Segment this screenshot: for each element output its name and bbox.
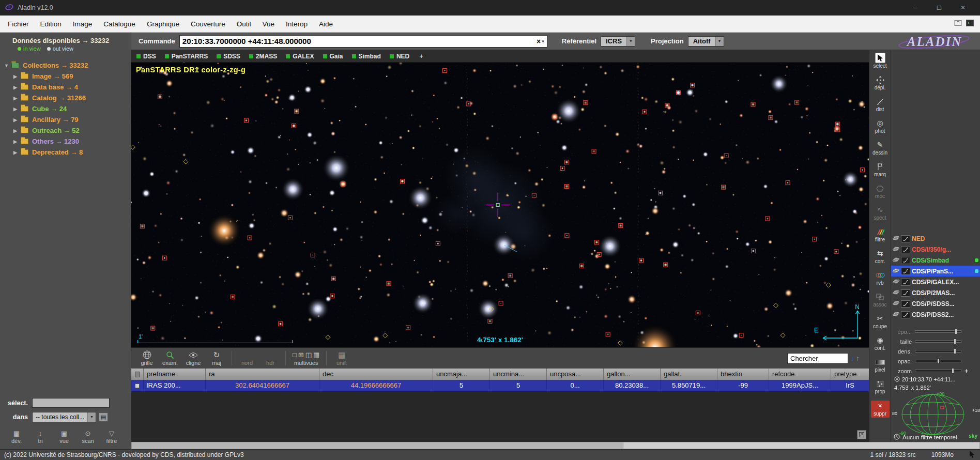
sort-button[interactable]: ↕ tri <box>31 430 50 444</box>
menu-aide[interactable]: Aide <box>313 16 339 33</box>
layer-dss2[interactable]: CDS/P/DSS2... <box>891 309 980 320</box>
expander-icon[interactable]: ▶ <box>13 117 21 122</box>
time-filter[interactable]: Aucun filtre temporel <box>891 434 980 441</box>
slider-track[interactable] <box>915 360 961 362</box>
cut-tool[interactable]: ✂ coupe <box>869 314 891 329</box>
tab-galex[interactable]: GALEX <box>286 53 314 60</box>
hdr-button[interactable]: hdr <box>262 350 279 366</box>
slider-track[interactable] <box>915 330 961 333</box>
size-slider[interactable]: taille <box>891 336 980 346</box>
clear-icon[interactable]: × <box>535 37 542 45</box>
search-down-icon[interactable]: ↓ <box>850 354 854 362</box>
filter-button[interactable]: ▽ filtre <box>102 430 121 444</box>
refresh-button[interactable]: ↻ maj <box>208 350 225 366</box>
examine-button[interactable]: exam. <box>162 350 178 366</box>
slider-thumb[interactable] <box>954 348 956 354</box>
cell-bhextin[interactable]: -99 <box>717 380 769 391</box>
zoom-slider[interactable]: zoom + <box>891 366 980 376</box>
chevron-down-icon[interactable]: ▾ <box>87 412 96 422</box>
tree-item-others[interactable]: ▶ Others → 1230 <box>0 136 131 147</box>
expander-icon[interactable]: ▼ <box>4 63 11 68</box>
tab-panstarrs[interactable]: PanSTARRS <box>165 53 208 60</box>
opacity-slider[interactable]: opac. <box>891 356 980 366</box>
sky-view[interactable]: PanSTARRS DR1 color-z-zg-g 1' 4.753' x 1… <box>131 63 869 347</box>
delete-tool[interactable]: × suppr <box>871 401 890 418</box>
search-up-icon[interactable]: ↑ <box>856 354 860 362</box>
column-header[interactable]: uncmaja... <box>433 369 490 380</box>
layer-2mass[interactable]: CDS/P/2MAS... <box>891 287 980 298</box>
correlate-tool[interactable]: ⇆ corr. <box>869 249 891 264</box>
tab-ned[interactable]: NED <box>390 53 409 60</box>
column-header[interactable]: uncposa... <box>547 369 604 380</box>
scan-button[interactable]: ⊙ scan <box>79 430 97 444</box>
tab-gaia[interactable]: Gaia <box>323 53 343 60</box>
tree-item-cube[interactable]: ▶ Cube → 24 <box>0 103 131 114</box>
menu-edition[interactable]: Edition <box>35 16 67 33</box>
column-header[interactable]: uncmina... <box>490 369 547 380</box>
referentiel-dropdown[interactable]: ICRS ▾ <box>601 36 635 47</box>
column-header[interactable]: dec <box>319 369 433 380</box>
draw-tool[interactable]: ✎ dessin <box>869 140 891 156</box>
expander-icon[interactable]: ▶ <box>13 150 21 155</box>
cell-gallat[interactable]: 5.850719... <box>661 380 717 391</box>
menu-vue[interactable]: Vue <box>257 16 281 33</box>
cell-uncmaja[interactable]: 5 <box>433 380 490 391</box>
grid-button[interactable]: grille <box>139 350 155 366</box>
scrollbar-thumb[interactable] <box>132 442 623 449</box>
blink-button[interactable]: cligne <box>185 350 202 366</box>
menu-catalogue[interactable]: Catalogue <box>98 16 141 33</box>
tab-sdss[interactable]: SDSS <box>217 53 240 60</box>
tree-item-image[interactable]: ▶ Image → 569 <box>0 71 131 82</box>
slider-thumb[interactable] <box>952 368 954 374</box>
tree-item-catalog[interactable]: ▶ Catalog → 31266 <box>0 93 131 103</box>
sky-canvas[interactable] <box>131 63 869 347</box>
cell-refcode[interactable]: 1999ApJS... <box>769 380 831 391</box>
split-view-icon[interactable]: ◫ <box>305 351 312 359</box>
column-header[interactable]: gallat. <box>661 369 717 380</box>
column-header[interactable]: prefname <box>144 369 206 380</box>
table-row[interactable]: IRAS 200... 302.64041666667 44.196666666… <box>131 380 869 391</box>
moc-tool[interactable]: moc <box>869 183 891 199</box>
properties-tool[interactable]: prop <box>869 379 891 394</box>
rgb-tool[interactable]: rvb <box>869 270 891 286</box>
slider-track[interactable] <box>915 340 961 343</box>
menu-interop[interactable]: Interop <box>280 16 313 33</box>
tree-item-deprecated[interactable]: ▶ Deprecated → 8 <box>0 147 131 158</box>
table-expand-button[interactable] <box>857 430 866 439</box>
associate-tool[interactable]: assoc <box>869 292 891 308</box>
expander-icon[interactable]: ▶ <box>13 139 21 144</box>
tab-2mass[interactable]: 2MASS <box>249 53 277 60</box>
photometry-tool[interactable]: ◎ phot <box>869 118 891 134</box>
menu-fichier[interactable]: Fichier <box>2 16 35 33</box>
view-button[interactable]: ▣ vue <box>55 430 73 444</box>
cell-uncposa[interactable]: 0... <box>547 380 604 391</box>
expander-icon[interactable]: ▶ <box>13 74 21 79</box>
north-button[interactable]: nord <box>239 350 255 366</box>
column-header[interactable]: ra <box>206 369 319 380</box>
collections-dropdown[interactable]: -- toutes les coll... ▾ <box>32 412 96 422</box>
uniform-button[interactable]: ▦ unif. <box>333 350 350 366</box>
pixel-tool[interactable]: pixel <box>869 357 891 373</box>
maximize-button[interactable]: □ <box>927 0 951 16</box>
slider-track[interactable] <box>915 370 961 372</box>
search-input[interactable] <box>787 353 848 364</box>
column-header[interactable]: gallon... <box>604 369 661 380</box>
collections-list-button[interactable]: ▤ <box>99 412 108 422</box>
pan-tool[interactable]: dépl. <box>869 75 891 90</box>
slider-thumb[interactable] <box>955 329 957 334</box>
marker-tool[interactable]: marq <box>869 162 891 177</box>
zoom-plus-button[interactable]: + <box>964 367 969 375</box>
tree-item-ancillary[interactable]: ▶ Ancillary → 79 <box>0 114 131 125</box>
layer-ned[interactable]: NED <box>891 233 980 244</box>
chevron-down-icon[interactable]: ▾ <box>626 37 635 46</box>
layer-panstarrs[interactable]: CDS/P/PanS... <box>891 266 980 277</box>
spectrum-tool[interactable]: ∿ spect <box>869 205 891 221</box>
grid-view-icon[interactable]: ▦ <box>313 351 319 359</box>
cell-gallon[interactable]: 80.23038... <box>604 380 661 391</box>
history-chevron-icon[interactable]: ▾ <box>542 39 547 44</box>
column-header[interactable]: refcode <box>769 369 831 380</box>
expander-icon[interactable]: ▶ <box>13 128 21 133</box>
sky-globe[interactable]: +90 80 +18 -90 sky <box>891 392 980 438</box>
select-tool[interactable]: select <box>869 53 891 69</box>
quad-view-icon[interactable]: ⊞ <box>298 351 304 359</box>
